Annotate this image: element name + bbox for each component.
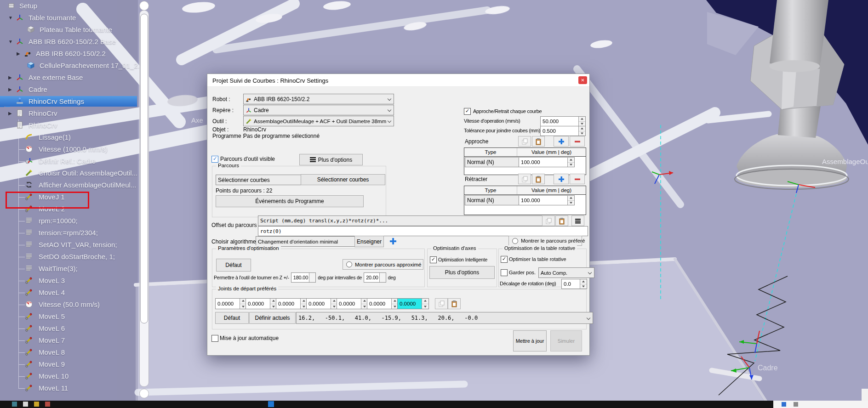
spinner-arrows[interactable] bbox=[578, 126, 585, 136]
tree-item-rhinocrv[interactable]: ▶RhinoCrv bbox=[0, 108, 137, 119]
paste-icon[interactable] bbox=[532, 174, 545, 184]
remove-approach-icon[interactable] bbox=[570, 136, 585, 147]
auto-update-checkbox[interactable] bbox=[211, 335, 218, 342]
tree-item-rhinocrv-settings[interactable]: RhinoCrv Settings bbox=[0, 96, 137, 107]
approach-type-select[interactable]: Normal (N) bbox=[465, 157, 527, 167]
joint-5-input[interactable]: 0.0000 bbox=[337, 298, 368, 309]
set-current-joints-button[interactable]: Définir actuels bbox=[249, 312, 296, 324]
remove-retract-icon[interactable] bbox=[570, 174, 585, 184]
spinner-arrows[interactable] bbox=[580, 279, 587, 289]
tree-item-table-tournante[interactable]: ▼Table tournante bbox=[0, 12, 137, 23]
toolpath-visible-checkbox[interactable]: ✓ bbox=[211, 156, 218, 163]
tree-scroll-up-button[interactable] bbox=[139, 1, 149, 11]
joint-4-input[interactable]: 0.0000 bbox=[306, 298, 338, 309]
tree-item-abb-irb-6620-150-2-2[interactable]: ▶ABB IRB 6620-150/2.2 bbox=[0, 48, 137, 59]
spinner-arrows[interactable] bbox=[309, 273, 315, 282]
path-offset-input[interactable]: rotz(0) bbox=[258, 226, 588, 236]
taskbar-app-icon[interactable] bbox=[34, 402, 39, 407]
interval-input[interactable]: 20.00 bbox=[364, 272, 386, 283]
tray-icon[interactable] bbox=[782, 402, 786, 407]
retract-value-input[interactable]: 100.000 bbox=[519, 195, 575, 205]
spinner-arrows[interactable] bbox=[578, 117, 585, 126]
tree-item-celluleparachevement-17-01-2[interactable]: CelluleParachevement 17_01_2... bbox=[0, 60, 137, 71]
show-preferred-path-radio[interactable]: Montrer le parcours préferé bbox=[508, 236, 582, 246]
rotation-offset-label: Décalage de rotation (deg) bbox=[500, 281, 556, 286]
copy-icon[interactable] bbox=[435, 298, 448, 309]
collapse-arrow-icon[interactable]: ▼ bbox=[8, 39, 13, 44]
auto-comp-select[interactable]: Auto Comp. bbox=[538, 267, 594, 278]
approach-value-input[interactable]: 100.000 bbox=[519, 157, 575, 167]
teach-button[interactable]: Enseigner bbox=[354, 236, 384, 247]
tree-item-label: MoveL 6 bbox=[39, 324, 65, 332]
spinner-arrows[interactable] bbox=[567, 158, 574, 167]
paste-icon[interactable] bbox=[448, 298, 461, 309]
tree-item-label: MoveL 7 bbox=[39, 336, 65, 344]
approach-retract-checkbox[interactable]: ✓ bbox=[464, 108, 471, 115]
robot-select[interactable]: ABB IRB 6620-150/2.2 bbox=[243, 94, 394, 104]
cube-blue-icon bbox=[27, 61, 35, 69]
tree-scroll-down-button[interactable] bbox=[139, 389, 149, 398]
copy-icon[interactable] bbox=[518, 174, 531, 184]
current-joints-select[interactable]: 16.2, -50.1, 41.0, -15.9, 51.3, 20.6, -0… bbox=[296, 312, 593, 324]
tray-icon[interactable] bbox=[794, 402, 798, 407]
update-button[interactable]: Mettre à jour bbox=[513, 330, 547, 351]
joint-3-input[interactable]: 0.0000 bbox=[276, 298, 308, 309]
spinner-arrows[interactable] bbox=[422, 299, 428, 309]
more-options-button[interactable]: Plus d'options bbox=[299, 154, 363, 165]
tree-item-label: CelluleParachevement 17_01_2... bbox=[40, 62, 143, 69]
optim-default-button[interactable]: Défaut bbox=[216, 259, 251, 272]
add-retract-icon[interactable] bbox=[554, 174, 569, 184]
tree-item-rhinocrv[interactable]: RhinoCrv bbox=[0, 120, 137, 130]
expand-arrow-icon[interactable]: ▶ bbox=[8, 111, 12, 116]
add-algorithm-icon[interactable] bbox=[388, 236, 399, 246]
tolerance-input[interactable]: 0.500 bbox=[540, 126, 586, 136]
expand-arrow-icon[interactable]: ▶ bbox=[17, 51, 20, 56]
axes-more-options-button[interactable]: Plus d'options bbox=[429, 266, 495, 279]
joint-7-input[interactable]: 0.0000 bbox=[397, 298, 429, 309]
tree-item-axe-externe-base[interactable]: ▶Axe externe Base bbox=[0, 72, 137, 83]
retract-type-select[interactable]: Normal (N) bbox=[465, 195, 527, 205]
show-approx-path-radio[interactable]: Montrer parcours approximé bbox=[343, 259, 423, 270]
tree-scrollbar-thumb[interactable] bbox=[140, 14, 148, 323]
joint-6-input[interactable]: 0.0000 bbox=[367, 298, 399, 309]
keep-position-checkbox[interactable] bbox=[501, 269, 508, 276]
tree-item-label: Setup bbox=[19, 2, 37, 10]
collapse-arrow-icon[interactable]: ▼ bbox=[8, 15, 13, 20]
tool-select[interactable]: AssemblageOutilMeulage + ACF + Outil Dia… bbox=[243, 116, 394, 126]
tree-connector-tick bbox=[19, 161, 25, 162]
spinner-arrows[interactable] bbox=[567, 196, 574, 205]
close-icon[interactable]: ✕ bbox=[578, 76, 587, 84]
spinner-arrows[interactable] bbox=[379, 273, 386, 282]
z-range-input[interactable]: 180.00 bbox=[291, 272, 316, 283]
smart-optim-checkbox[interactable]: ✓ bbox=[430, 256, 437, 263]
taskbar-active-app-icon[interactable] bbox=[268, 401, 274, 407]
tree-item-cadre[interactable]: ▶Cadre bbox=[0, 84, 137, 95]
tree-item-abb-irb-6620-150-2-2-base[interactable]: ▼ABB IRB 6620-150/2.2 Base bbox=[0, 36, 137, 47]
copy-icon[interactable] bbox=[542, 215, 555, 226]
optimize-turntable-checkbox[interactable]: ✓ bbox=[501, 256, 508, 263]
tree-item-setup[interactable]: Setup bbox=[0, 0, 137, 11]
joint-1-input[interactable]: 0.0000 bbox=[215, 298, 247, 309]
curve-mode-select[interactable]: Sélectionner courbes bbox=[216, 175, 307, 185]
taskbar-app-icon[interactable] bbox=[12, 402, 17, 407]
rotation-offset-input[interactable]: 0.0 bbox=[561, 279, 587, 289]
expand-arrow-icon[interactable]: ▶ bbox=[8, 87, 12, 92]
add-approach-icon[interactable] bbox=[554, 136, 569, 147]
paste-icon[interactable] bbox=[555, 215, 568, 226]
taskbar-app-icon[interactable] bbox=[23, 402, 28, 407]
tree-item-plateau-table-tournante[interactable]: Plateau Table tournante bbox=[0, 24, 137, 35]
menu-icon[interactable] bbox=[571, 215, 584, 226]
select-curves-button[interactable]: Sélectionner courbes bbox=[301, 174, 385, 185]
expand-arrow-icon[interactable]: ▶ bbox=[8, 75, 12, 80]
path-offset-select[interactable]: Script (mm,deg) transl(x,y,z)*rotz(rz)*.… bbox=[258, 215, 549, 226]
program-events-button[interactable]: Événements du Programme bbox=[216, 195, 364, 207]
joints-default-button[interactable]: Défaut bbox=[215, 312, 249, 324]
taskbar-app-icon[interactable] bbox=[45, 402, 50, 407]
joint-2-input[interactable]: 0.0000 bbox=[246, 298, 277, 309]
taskbar-tray bbox=[773, 401, 868, 408]
copy-icon[interactable] bbox=[518, 136, 531, 147]
reference-select[interactable]: Cadre bbox=[243, 105, 394, 115]
paste-icon[interactable] bbox=[532, 136, 545, 147]
simulate-button[interactable]: Simuler bbox=[550, 330, 582, 351]
speed-input[interactable]: 50.000 bbox=[540, 116, 586, 126]
